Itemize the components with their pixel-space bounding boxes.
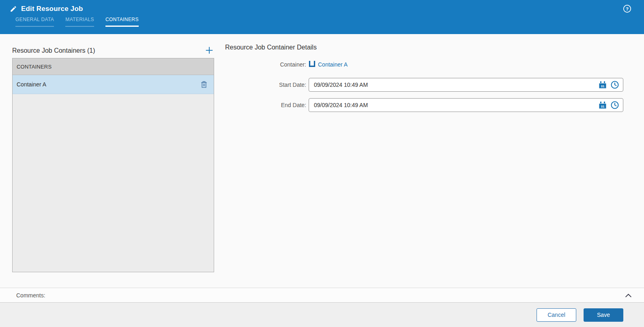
dialog-title: Edit Resource Job <box>21 5 83 13</box>
help-icon[interactable]: ? <box>623 4 631 13</box>
containers-panel: Resource Job Containers (1) CONTAINERS C… <box>12 44 214 288</box>
tab-containers[interactable]: CONTAINERS <box>105 17 139 27</box>
svg-text:31: 31 <box>601 105 605 108</box>
container-row: Container: Container A <box>225 58 623 71</box>
container-label: Container: <box>225 61 309 68</box>
cancel-button[interactable]: Cancel <box>537 308 576 322</box>
calendar-icon[interactable]: 31 <box>599 101 606 109</box>
clock-icon[interactable] <box>611 101 619 109</box>
list-item-container-a[interactable]: Container A <box>13 75 214 94</box>
edit-resource-job-dialog: Edit Resource Job ? GENERAL DATA MATERIA… <box>0 0 644 327</box>
tab-bar: GENERAL DATA MATERIALS CONTAINERS <box>0 17 644 27</box>
end-date-row: End Date: 31 <box>225 98 623 112</box>
container-link[interactable]: Container A <box>318 61 348 68</box>
title-row: Edit Resource Job <box>0 0 644 13</box>
end-date-input[interactable] <box>309 98 623 112</box>
end-date-label: End Date: <box>225 102 309 108</box>
tab-materials[interactable]: MATERIALS <box>65 17 94 27</box>
svg-text:?: ? <box>626 6 629 11</box>
collapse-comments-button[interactable] <box>625 293 632 298</box>
plus-icon <box>205 50 214 56</box>
containers-panel-title: Resource Job Containers (1) <box>12 47 95 54</box>
add-container-button[interactable] <box>204 46 214 56</box>
containers-panel-header: Resource Job Containers (1) <box>12 44 214 58</box>
comments-section: Comments: <box>0 288 644 303</box>
start-date-label: Start Date: <box>225 82 309 88</box>
container-item-label: Container A <box>17 81 46 88</box>
trash-icon <box>200 84 208 90</box>
containers-list-header: CONTAINERS <box>13 58 214 75</box>
main-content: Resource Job Containers (1) CONTAINERS C… <box>0 34 644 288</box>
calendar-icon[interactable]: 31 <box>599 81 606 88</box>
start-date-row: Start Date: 31 <box>225 78 623 92</box>
comments-label: Comments: <box>16 292 45 299</box>
svg-text:31: 31 <box>601 84 605 88</box>
delete-container-button[interactable] <box>200 80 208 88</box>
dialog-footer: Cancel Save <box>0 303 644 327</box>
details-title: Resource Job Container Details <box>225 44 623 58</box>
clock-icon[interactable] <box>611 81 619 89</box>
container-details-panel: Resource Job Container Details Container… <box>225 44 623 288</box>
containers-list: CONTAINERS Container A <box>12 58 214 272</box>
container-icon <box>309 60 316 69</box>
save-button[interactable]: Save <box>584 308 623 322</box>
dialog-header: Edit Resource Job ? GENERAL DATA MATERIA… <box>0 0 644 34</box>
tab-general-data[interactable]: GENERAL DATA <box>15 17 54 27</box>
start-date-input[interactable] <box>309 78 623 92</box>
chevron-up-icon <box>625 293 632 299</box>
pencil-icon <box>10 5 17 13</box>
